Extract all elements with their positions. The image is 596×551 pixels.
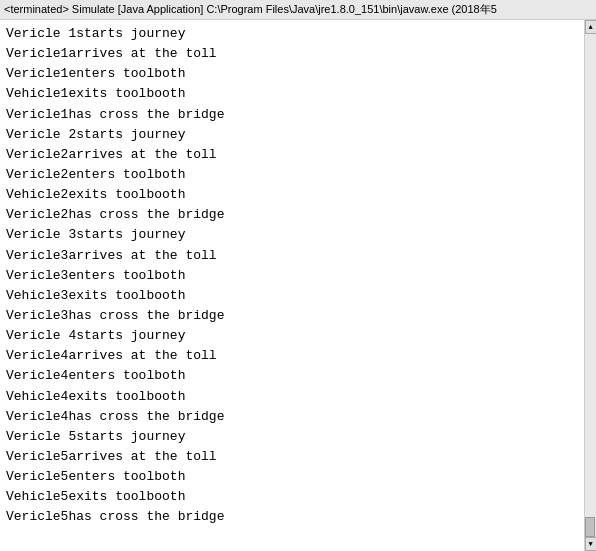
console-line: Vericle2has cross the bridge [6,205,578,225]
console-area: Vericle 1starts journeyVericle1arrives a… [0,20,596,551]
scrollbar-track[interactable] [585,34,596,537]
title-bar-text: <terminated> Simulate [Java Application]… [4,2,497,17]
console-line: Vericle3has cross the bridge [6,306,578,326]
console-line: Vericle4arrives at the toll [6,346,578,366]
application-window: <terminated> Simulate [Java Application]… [0,0,596,551]
console-line: Vericle 3starts journey [6,225,578,245]
console-line: Vehicle3exits toolbooth [6,286,578,306]
console-line: Vericle2enters toolboth [6,165,578,185]
scrollbar[interactable]: ▲ ▼ [584,20,596,551]
console-line: Vericle3arrives at the toll [6,246,578,266]
console-line: Vehicle1exits toolbooth [6,84,578,104]
console-line: Vericle5enters toolboth [6,467,578,487]
console-line: Vericle 2starts journey [6,125,578,145]
scrollbar-down-arrow[interactable]: ▼ [585,537,597,551]
console-line: Vericle1has cross the bridge [6,105,578,125]
console-line: Vericle 5starts journey [6,427,578,447]
console-line: Vericle1enters toolboth [6,64,578,84]
scrollbar-up-arrow[interactable]: ▲ [585,20,597,34]
console-line: Vehicle5exits toolbooth [6,487,578,507]
console-line: Vericle3enters toolboth [6,266,578,286]
console-line: Vericle 4starts journey [6,326,578,346]
console-line: Vericle4enters toolboth [6,366,578,386]
console-line: Vericle1arrives at the toll [6,44,578,64]
console-line: Vericle4has cross the bridge [6,407,578,427]
console-line: Vericle 1starts journey [6,24,578,44]
console-line: Vericle5arrives at the toll [6,447,578,467]
scrollbar-thumb[interactable] [585,517,595,537]
console-line: Vericle5has cross the bridge [6,507,578,527]
console-line: Vehicle4exits toolbooth [6,387,578,407]
console-line: Vericle2arrives at the toll [6,145,578,165]
title-bar: <terminated> Simulate [Java Application]… [0,0,596,20]
console-content: Vericle 1starts journeyVericle1arrives a… [0,20,584,551]
console-line: Vehicle2exits toolbooth [6,185,578,205]
